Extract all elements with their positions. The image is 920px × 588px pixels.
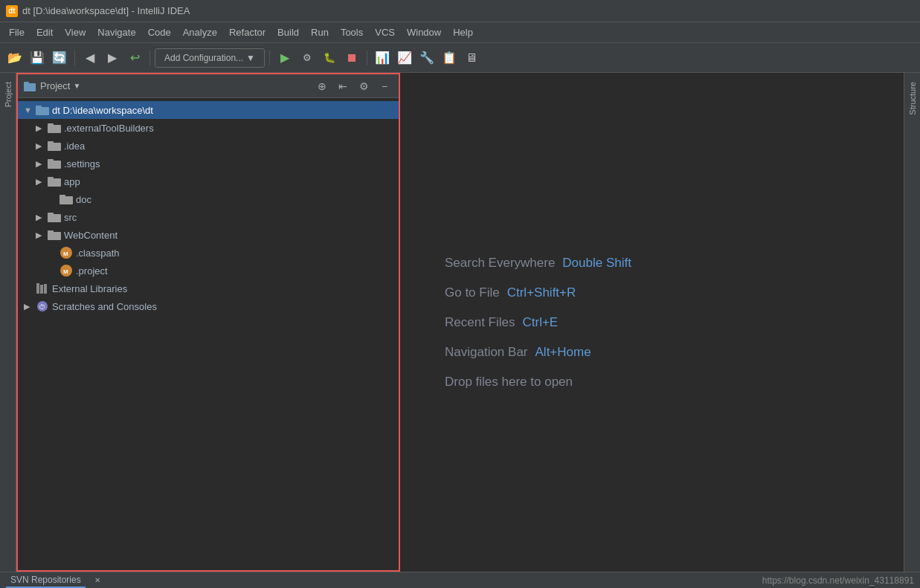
menu-navigate[interactable]: Navigate	[91, 24, 141, 41]
tree-item-ext-libs[interactable]: ▶ External Libraries	[18, 280, 399, 297]
vcs-btn[interactable]: 📋	[439, 48, 460, 68]
menu-file[interactable]: File	[3, 24, 30, 41]
menu-code[interactable]: Code	[142, 24, 177, 41]
tree-item-classpath[interactable]: ▶ M .classpath	[18, 244, 399, 262]
svn-repositories-tab[interactable]: SVN Repositories	[6, 572, 86, 588]
project-dropdown[interactable]: Project ▼	[40, 80, 80, 91]
close-panel-btn[interactable]: −	[376, 78, 393, 94]
build-btn[interactable]: ⚙	[297, 48, 318, 68]
tree-label-dt-root: dt D:\idea\workspace\dt	[52, 105, 153, 116]
stop-btn[interactable]: ⏹	[341, 48, 362, 68]
sidebar-tab-project[interactable]: Project	[1, 76, 15, 113]
title-bar-text: dt [D:\idea\workspace\dt] - IntelliJ IDE…	[22, 5, 190, 16]
expand-arrow-dt: ▼	[24, 106, 36, 114]
tree-item-src[interactable]: ▶ src	[18, 208, 399, 226]
bottom-bar: SVN Repositories ✕ https://blog.csdn.net…	[0, 572, 920, 588]
tree-label-ext-libs: External Libraries	[52, 283, 127, 294]
menu-run[interactable]: Run	[305, 24, 335, 41]
add-config-btn[interactable]: Add Configuration... ▼	[155, 48, 265, 68]
project-panel-header: Project ▼ ⊕ ⇤ ⚙ −	[18, 74, 399, 98]
close-svn-tab-btn[interactable]: ✕	[91, 575, 103, 587]
open-folder-btn[interactable]: 📂	[4, 48, 25, 68]
tree-item-scratches[interactable]: ▶ ⏱ Scratches and Consoles	[18, 297, 399, 315]
expand-arrow-src: ▶	[36, 213, 48, 222]
svg-rect-11	[48, 177, 54, 180]
tree-label-classpath: .classpath	[76, 248, 120, 259]
menu-build[interactable]: Build	[271, 24, 305, 41]
menu-edit[interactable]: Edit	[30, 24, 59, 41]
tree-label-idea: .idea	[64, 140, 85, 152]
svg-rect-9	[48, 159, 54, 162]
separator-4	[367, 51, 367, 65]
folder-icon-doc	[59, 194, 73, 204]
hint-search-everywhere: Search Everywhere Double Shift	[445, 256, 631, 271]
expand-arrow-settings: ▶	[36, 159, 48, 169]
menu-help[interactable]: Help	[447, 24, 479, 41]
tree-item-ext-builders[interactable]: ▶ .externalToolBuilders	[18, 119, 399, 137]
tree-label-scratches: Scratches and Consoles	[52, 301, 157, 312]
tools-btn[interactable]: 🔧	[416, 48, 437, 68]
project-label: Project	[40, 80, 70, 91]
menu-refactor[interactable]: Refactor	[223, 24, 271, 41]
svg-rect-5	[48, 123, 54, 126]
tree-item-project-file[interactable]: ▶ M .project	[18, 262, 399, 280]
ext-libs-icon	[36, 282, 49, 294]
sync-btn[interactable]: 🔄	[49, 48, 70, 68]
sidebar-tab-structure[interactable]: Structure	[906, 76, 919, 121]
coverage-btn[interactable]: 📊	[372, 48, 393, 68]
tree-label-settings: .settings	[64, 158, 100, 169]
svg-rect-1	[24, 82, 29, 85]
project-panel: Project ▼ ⊕ ⇤ ⚙ − ▼ dt D:\idea\workspace…	[16, 73, 400, 572]
dropdown-chevron-icon: ▼	[73, 82, 80, 90]
menu-window[interactable]: Window	[401, 24, 447, 41]
search-everywhere-shortcut: Double Shift	[562, 256, 631, 271]
expand-arrow-idea: ▶	[36, 141, 48, 151]
folder-icon-src	[48, 212, 61, 222]
collapse-all-btn[interactable]: ⇤	[335, 78, 351, 94]
svg-rect-3	[36, 106, 42, 109]
nav-bar-shortcut: Alt+Home	[535, 345, 591, 360]
add-content-btn[interactable]: ⊕	[314, 78, 330, 94]
main-layout: Project Project ▼ ⊕ ⇤ ⚙ − ▼	[0, 73, 920, 572]
menu-bar: File Edit View Navigate Code Analyze Ref…	[0, 22, 920, 43]
goto-file-shortcut: Ctrl+Shift+R	[507, 285, 576, 300]
folder-icon-settings	[48, 158, 61, 169]
recent-files-shortcut: Ctrl+E	[522, 315, 558, 330]
run-btn[interactable]: ▶	[274, 48, 295, 68]
settings-btn[interactable]: ⚙	[356, 78, 372, 94]
menu-view[interactable]: View	[59, 24, 91, 41]
svg-rect-7	[48, 141, 54, 144]
tree-item-settings[interactable]: ▶ .settings	[18, 155, 399, 172]
tree-item-idea[interactable]: ▶ .idea	[18, 137, 399, 155]
goto-file-label: Go to File	[445, 285, 500, 300]
tree-item-app[interactable]: ▶ app	[18, 172, 399, 190]
recent-files-label: Recent Files	[445, 315, 515, 330]
tree-item-doc[interactable]: ▶ doc	[18, 190, 399, 208]
menu-tools[interactable]: Tools	[335, 24, 369, 41]
profile-btn[interactable]: 📈	[394, 48, 415, 68]
project-tree: ▼ dt D:\idea\workspace\dt ▶ .externalToo…	[18, 98, 399, 570]
tree-item-dt-root[interactable]: ▼ dt D:\idea\workspace\dt	[18, 101, 399, 119]
tree-label-webcontent: WebContent	[64, 230, 118, 241]
folder-icon-dt	[36, 105, 49, 115]
save-btn[interactable]: 💾	[27, 48, 48, 68]
tree-label-project-file: .project	[76, 265, 108, 277]
menu-analyze[interactable]: Analyze	[177, 24, 223, 41]
revert-btn[interactable]: ↩	[124, 48, 145, 68]
terminal-btn[interactable]: 🖥	[461, 48, 482, 68]
tree-item-webcontent[interactable]: ▶ WebContent	[18, 226, 399, 244]
separator-2	[149, 51, 150, 65]
menu-vcs[interactable]: VCS	[369, 24, 401, 41]
expand-arrow-ext-builders: ▶	[36, 123, 48, 133]
file-xml-icon-classpath: M	[59, 247, 73, 259]
scratches-icon: ⏱	[36, 300, 49, 312]
back-btn[interactable]: ◀	[80, 48, 100, 68]
editor-panel: Search Everywhere Double Shift Go to Fil…	[400, 73, 904, 572]
svg-rect-15	[48, 213, 54, 216]
folder-icon-idea	[48, 140, 61, 151]
svg-rect-24	[44, 284, 47, 294]
debug-btn[interactable]: 🐛	[319, 48, 340, 68]
file-xml-icon-project: M	[59, 265, 73, 277]
app-icon: dt	[6, 5, 18, 17]
forward-btn[interactable]: ▶	[102, 48, 123, 68]
